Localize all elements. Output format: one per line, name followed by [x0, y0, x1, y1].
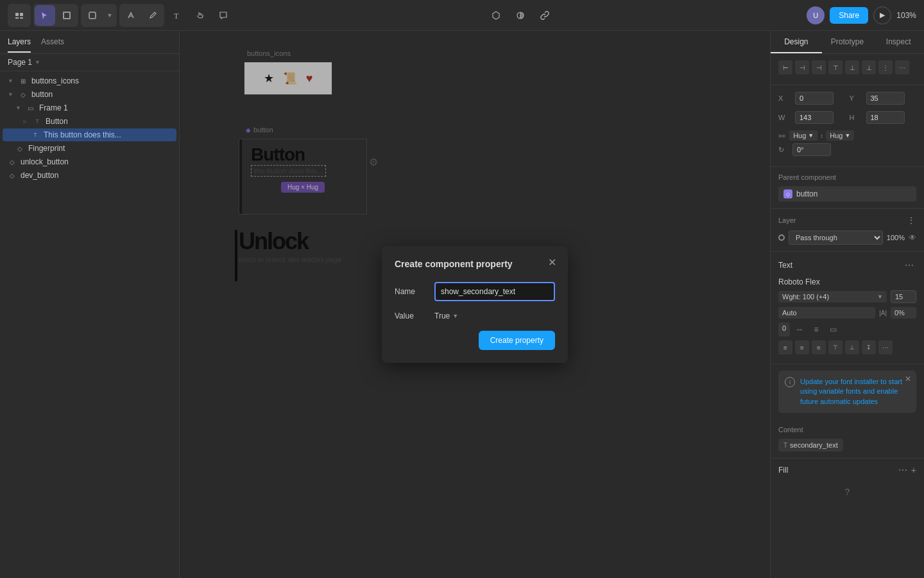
w-input[interactable] [795, 111, 834, 124]
h-mode-select[interactable]: Hug ▼ [826, 130, 854, 141]
component-tool[interactable] [486, 5, 506, 26]
layer-label: Fingerprint [28, 144, 171, 153]
align-top[interactable]: ⊤ [828, 60, 843, 74]
w-prop: W [778, 111, 846, 124]
layer-item-unlock-button[interactable]: ◇ unlock_button [3, 155, 176, 168]
layer-item-buttons-icons[interactable]: ▼ ⊞ buttons_icons [3, 74, 176, 87]
opacity-value: 100% [887, 234, 905, 241]
pen-tool[interactable] [121, 5, 141, 26]
layer-label: buttons_icons [31, 76, 171, 85]
name-label: Name [395, 287, 427, 296]
main-menu-button[interactable] [9, 5, 30, 26]
auto-value[interactable]: Auto [778, 307, 875, 319]
distribute-v[interactable]: ⋯ [895, 60, 909, 74]
align-text-center[interactable]: ≡ [795, 340, 809, 355]
text-transform-row: Auto |A| 0% [778, 307, 916, 319]
distribute-h[interactable]: ⋮ [878, 60, 893, 74]
layer-label: unlock_button [21, 157, 171, 166]
alignment-section: ⊢ ⊣ ⊣ ⊤ ⊥ ⊥ ⋮ ⋯ [771, 54, 924, 85]
frame-tool[interactable] [56, 5, 77, 26]
expand-icon: ▼ [15, 105, 21, 111]
svg-rect-0 [15, 13, 19, 16]
hand-tool[interactable] [190, 5, 210, 26]
comment-tool[interactable] [213, 5, 234, 26]
zoom-label[interactable]: 103% [896, 11, 916, 20]
fill-add-button[interactable]: + [911, 465, 916, 475]
align-left[interactable]: ⊢ [778, 60, 792, 74]
parent-component-title: Parent component [778, 173, 916, 181]
font-size-input[interactable] [891, 290, 916, 303]
help-icon[interactable]: ? [845, 487, 850, 497]
visibility-button[interactable]: 👁 [909, 233, 916, 242]
modal-name-row: Name [395, 282, 555, 301]
font-name: Roboto Flex [778, 277, 916, 286]
share-button[interactable]: Share [830, 7, 868, 24]
link-tool[interactable] [535, 5, 555, 26]
hug-row: »« Hug ▼ ↕ Hug ▼ [778, 130, 916, 141]
layer-item-frame1[interactable]: ▼ ▭ Frame 1 [3, 101, 176, 114]
layer-label: Frame 1 [39, 103, 171, 112]
letter-spacing-value[interactable]: 0% [891, 307, 916, 319]
tab-prototype[interactable]: Prototype [822, 31, 873, 53]
parent-component-item[interactable]: ◇ button [778, 186, 916, 202]
text-more-options[interactable]: ⋯ [878, 340, 893, 355]
align-bottom[interactable]: ⊥ [862, 60, 876, 74]
fill-options-button[interactable]: ⋯ [898, 465, 907, 475]
color-mode-tool[interactable] [510, 5, 531, 26]
toolbar-right: U Share ▶ 103% [807, 6, 916, 24]
page-name[interactable]: Page 1 ▼ [8, 58, 40, 67]
align-center-h[interactable]: ⊣ [795, 60, 809, 74]
select-tool[interactable] [35, 5, 55, 26]
layer-item-dev-button[interactable]: ◇ dev_button [3, 169, 176, 182]
layer-item-this-button[interactable]: T This button does this... [3, 128, 176, 141]
name-input[interactable] [434, 282, 555, 301]
avatar: U [807, 6, 825, 24]
rotation-label: ↻ [778, 146, 789, 154]
info-icon: i [785, 377, 795, 387]
layer-item-fingerprint[interactable]: ◇ Fingerprint [3, 142, 176, 155]
play-button[interactable]: ▶ [873, 6, 891, 24]
w-mode-select[interactable]: Hug ▼ [789, 130, 817, 141]
layer-item-button-comp[interactable]: ▶ T Button [3, 115, 176, 128]
align-center-v[interactable]: ⊥ [845, 60, 859, 74]
rotation-input[interactable] [792, 143, 831, 156]
create-property-button[interactable]: Create property [479, 331, 555, 350]
content-tag[interactable]: T secondary_text [778, 439, 843, 451]
layer-mode-select[interactable]: Pass through Normal Multiply [789, 231, 883, 245]
canvas[interactable]: buttons_icons ★ 📜 ♥ ◆ button Button this… [180, 31, 770, 578]
align-right[interactable]: ⊣ [812, 60, 826, 74]
pencil-tool[interactable] [142, 5, 163, 26]
x-input[interactable] [795, 92, 834, 105]
font-weight-select[interactable]: Wght: 100 (+4) ▼ [778, 291, 887, 302]
align-text-left[interactable]: ≡ [778, 340, 792, 355]
modal-close-button[interactable]: ✕ [545, 255, 559, 269]
pen-tools [119, 4, 164, 27]
align-text-middle[interactable]: ⊥ [845, 340, 859, 355]
svg-rect-4 [64, 12, 70, 19]
tab-assets[interactable]: Assets [41, 32, 64, 53]
fill-actions: ⋯ + [898, 465, 916, 475]
h-input[interactable] [866, 111, 905, 124]
notification-close-button[interactable]: ✕ [905, 374, 911, 383]
tab-design[interactable]: Design [771, 31, 822, 53]
align-text-bottom[interactable]: ↧ [862, 340, 876, 355]
value-select[interactable]: True ▼ [434, 311, 555, 320]
layer-title: Layer ⋮ [778, 215, 916, 225]
align-text-right[interactable]: ≡ [812, 340, 826, 355]
shape-expand[interactable]: ▼ [104, 5, 116, 26]
text-options-button[interactable]: ⋯ [902, 258, 916, 272]
y-input[interactable] [866, 92, 905, 105]
tab-inspect[interactable]: Inspect [873, 31, 924, 53]
text-resize-icon: ↔ [792, 322, 807, 337]
text-tool[interactable]: T [167, 5, 187, 26]
layer-options-button[interactable]: ⋮ [906, 215, 916, 225]
text-clip-icon: ▭ [826, 322, 840, 337]
shape-tool[interactable] [82, 5, 103, 26]
tab-layers[interactable]: Layers [8, 32, 31, 53]
indent-value[interactable]: 0 [778, 322, 790, 337]
h-label: H [850, 114, 862, 121]
modal-overlay[interactable]: Create component property ✕ Name Value T… [180, 31, 770, 578]
align-text-top[interactable]: ⊤ [828, 340, 843, 355]
layer-item-button[interactable]: ▼ ◇ button [3, 88, 176, 101]
text-icon: T [31, 132, 40, 138]
